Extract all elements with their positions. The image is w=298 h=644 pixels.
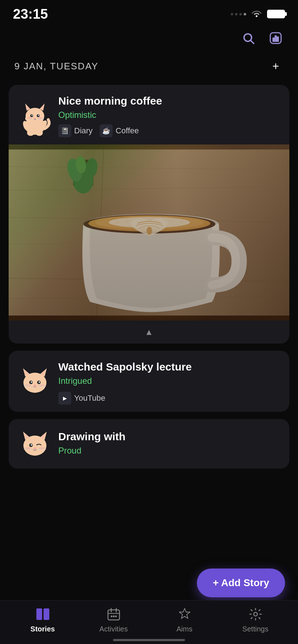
current-date: 9 JAN, TUESDAY [14,61,99,72]
diary-icon: 📓 [58,124,71,137]
svg-rect-3 [273,38,274,41]
activities-icon [106,606,122,622]
card-title-3: Drawing with [58,431,279,443]
svg-point-50 [126,219,129,222]
svg-point-90 [115,616,117,617]
card-title-2: Watched Sapolsky lecture [58,361,279,373]
svg-point-75 [34,448,36,450]
tag-diary-label: Diary [74,126,92,135]
card-mood-1: Optimistic [58,110,279,120]
svg-point-51 [170,219,173,222]
nav-stories[interactable]: Stories [25,606,61,633]
svg-line-1 [251,41,254,43]
svg-point-44 [88,215,210,231]
status-time: 23:15 [13,6,48,22]
svg-point-24 [27,130,34,136]
nav-settings[interactable]: Settings [238,606,274,633]
avatar-3 [19,429,51,461]
svg-rect-84 [108,610,119,620]
svg-point-67 [39,384,44,387]
svg-point-48 [115,220,119,224]
signal-icon [231,13,246,15]
card-mood-3: Proud [58,446,279,456]
nav-aims-label: Aims [176,625,192,633]
svg-point-40 [83,157,99,180]
nav-activities[interactable]: Activities [96,606,132,633]
tag-youtube-label: YouTube [74,394,105,403]
search-button[interactable] [239,29,258,47]
add-entry-button[interactable]: + [268,58,284,74]
svg-point-45 [95,216,203,230]
svg-line-31 [9,187,289,190]
date-bar: 9 JAN, TUESDAY + [0,55,298,81]
aims-icon [177,606,193,622]
svg-rect-28 [9,150,289,316]
svg-point-26 [27,117,32,119]
settings-icon [248,606,263,622]
svg-rect-29 [9,150,289,316]
nav-stories-label: Stories [31,625,55,633]
svg-point-49 [180,220,183,223]
bottom-nav: Stories Activities Aims [0,600,298,644]
svg-point-61 [34,385,36,387]
card-info-1: Nice morning coffee Optimistic 📓 Diary ☕… [58,95,279,137]
nav-settings-label: Settings [242,625,268,633]
svg-point-88 [110,616,112,617]
nav-aims[interactable]: Aims [167,606,203,633]
svg-line-30 [9,166,289,170]
svg-point-41 [75,156,87,174]
header [0,25,298,55]
card-header-2: Watched Sapolsky lecture Intrigued ▶ You… [9,351,289,412]
youtube-icon: ▶ [58,392,71,405]
avatar-2 [19,367,51,399]
story-card-2: Watched Sapolsky lecture Intrigued ▶ You… [9,351,289,412]
svg-rect-5 [277,37,279,41]
svg-point-14 [32,115,33,116]
avatar-1 [19,100,51,132]
add-story-button[interactable]: + Add Story [197,569,285,597]
coffee-icon: ☕ [100,124,113,137]
tag-coffee: ☕ Coffee [100,124,139,137]
tag-youtube: ▶ YouTube [58,392,105,405]
tag-diary: 📓 Diary [58,124,92,137]
status-icons [231,9,285,20]
svg-point-16 [34,118,36,119]
svg-point-47 [146,227,152,235]
svg-line-33 [9,241,289,244]
home-indicator [113,639,185,641]
svg-point-91 [254,612,257,616]
svg-point-81 [39,447,44,450]
svg-line-34 [9,278,289,281]
svg-point-42 [83,214,219,234]
svg-line-32 [9,217,289,222]
wifi-icon [251,9,262,20]
svg-point-25 [36,130,43,136]
svg-point-89 [113,616,114,617]
svg-point-27 [38,117,42,119]
card-header-3: Drawing with Proud [9,419,289,469]
card-header-1: Nice morning coffee Optimistic 📓 Diary ☕… [9,85,289,144]
svg-rect-83 [44,608,49,620]
coffee-image [9,144,289,321]
collapse-arrow-icon: ▲ [145,327,153,337]
svg-rect-37 [73,160,94,187]
svg-line-36 [97,150,104,316]
card-info-3: Drawing with Proud [58,431,279,460]
card-title-1: Nice morning coffee [58,95,279,107]
nav-activities-label: Activities [99,625,128,633]
svg-point-38 [73,166,94,193]
svg-point-43 [83,215,215,234]
card-tags-1: 📓 Diary ☕ Coffee [58,124,279,137]
analytics-button[interactable] [266,29,285,47]
tag-coffee-label: Coffee [116,126,139,135]
svg-point-7 [26,108,44,124]
svg-rect-82 [36,608,42,620]
svg-point-60 [39,381,40,383]
stories-icon [35,606,51,622]
story-card-3: Drawing with Proud [9,419,289,469]
collapse-button-1[interactable]: ▲ [9,321,289,344]
svg-point-80 [26,447,31,450]
svg-point-39 [65,157,84,183]
card-info-2: Watched Sapolsky lecture Intrigued ▶ You… [58,361,279,405]
svg-point-59 [31,381,32,383]
